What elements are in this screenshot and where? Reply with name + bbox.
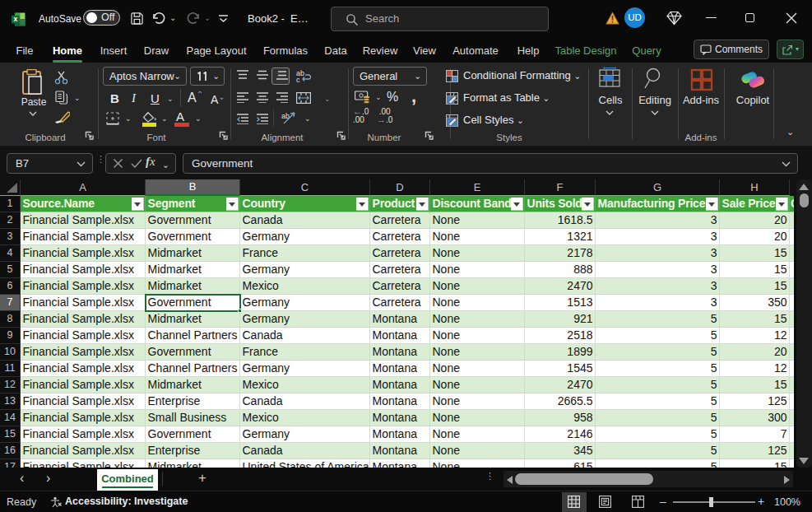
svg-text:c: c — [296, 76, 300, 82]
svg-text:x: x — [14, 15, 18, 23]
